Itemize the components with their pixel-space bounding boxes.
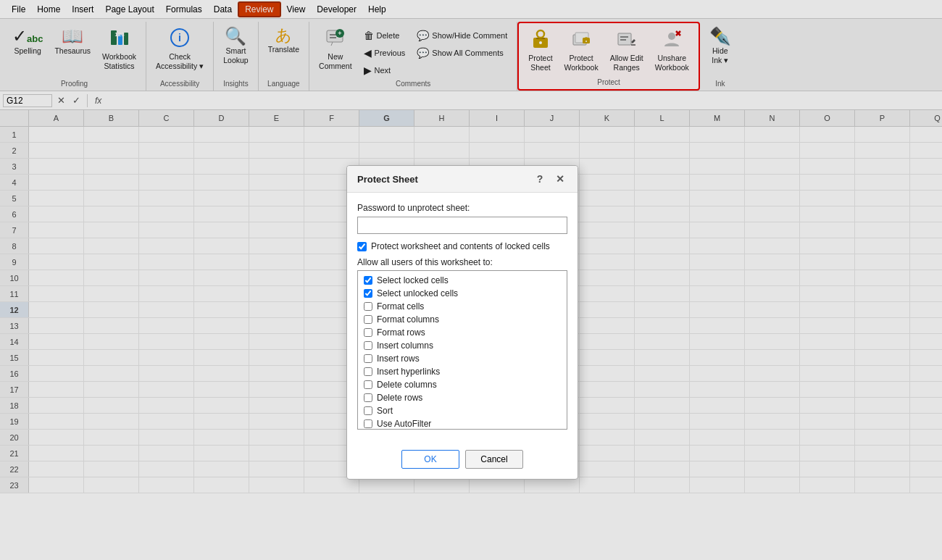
password-input[interactable] [357, 217, 567, 234]
permission-label: Insert rows [377, 354, 420, 364]
permission-label: Sort [377, 406, 393, 416]
permission-label: Delete rows [377, 393, 422, 403]
list-item[interactable]: Use AutoFilter [358, 417, 567, 430]
permission-label: Format rows [377, 327, 425, 338]
permission-checkbox-select-unlocked[interactable] [364, 289, 372, 298]
dialog-help-btn[interactable]: ? [533, 172, 547, 186]
dialog-title: Protect Sheet [357, 174, 418, 185]
permission-checkbox-insert-hyperlinks[interactable] [364, 367, 372, 376]
list-item[interactable]: Insert rows [358, 352, 567, 365]
list-item[interactable]: Format cells [358, 300, 567, 313]
dialog-footer: OK Cancel [347, 444, 578, 479]
permission-checkbox-select-locked[interactable] [364, 276, 372, 285]
permission-label: Use AutoFilter [377, 419, 431, 429]
permission-checkbox-sort[interactable] [364, 406, 372, 415]
list-item[interactable]: Select unlocked cells [358, 287, 567, 300]
permission-label: Select unlocked cells [377, 288, 458, 298]
dialog-body: Password to unprotect sheet: Protect wor… [347, 193, 578, 444]
list-item[interactable]: Sort [358, 404, 567, 417]
allow-section-label: Allow all users of this worksheet to: [357, 257, 567, 267]
permission-label: Insert hyperlinks [377, 367, 440, 377]
modal-overlay: Protect Sheet ? ✕ Password to unprotect … [0, 0, 942, 493]
list-item[interactable]: Select locked cells [358, 274, 567, 287]
permission-checkbox-format-cells[interactable] [364, 302, 372, 311]
list-item[interactable]: Insert hyperlinks [358, 365, 567, 378]
permission-checkbox-use-autofilter[interactable] [364, 419, 372, 428]
permission-label: Select locked cells [377, 275, 449, 285]
permission-label: Delete columns [377, 380, 437, 390]
permission-checkbox-delete-columns[interactable] [364, 380, 372, 389]
protect-checkbox-row: Protect worksheet and contents of locked… [357, 241, 567, 251]
list-item[interactable]: Delete columns [358, 378, 567, 391]
dialog-close-btn[interactable]: ✕ [553, 172, 567, 186]
permissions-list[interactable]: Select locked cellsSelect unlocked cells… [357, 270, 567, 430]
ok-button[interactable]: OK [401, 450, 459, 469]
protect-sheet-dialog: Protect Sheet ? ✕ Password to unprotect … [346, 165, 578, 480]
list-item[interactable]: Format columns [358, 313, 567, 326]
cancel-button[interactable]: Cancel [465, 450, 523, 469]
permission-checkbox-insert-rows[interactable] [364, 354, 372, 363]
permission-checkbox-format-rows[interactable] [364, 328, 372, 337]
protect-worksheet-label: Protect worksheet and contents of locked… [371, 241, 550, 251]
dialog-title-bar: Protect Sheet ? ✕ [347, 166, 578, 193]
permission-label: Insert columns [377, 340, 433, 351]
list-item[interactable]: Format rows [358, 326, 567, 339]
permission-label: Format columns [377, 314, 439, 325]
permission-checkbox-insert-columns[interactable] [364, 341, 372, 350]
list-item[interactable]: Delete rows [358, 391, 567, 404]
dialog-title-actions: ? ✕ [533, 172, 567, 186]
permission-label: Format cells [377, 301, 424, 312]
permission-checkbox-format-columns[interactable] [364, 315, 372, 324]
protect-worksheet-checkbox[interactable] [357, 242, 367, 251]
list-item[interactable]: Insert columns [358, 339, 567, 352]
password-label: Password to unprotect sheet: [357, 203, 567, 213]
permission-checkbox-delete-rows[interactable] [364, 393, 372, 402]
